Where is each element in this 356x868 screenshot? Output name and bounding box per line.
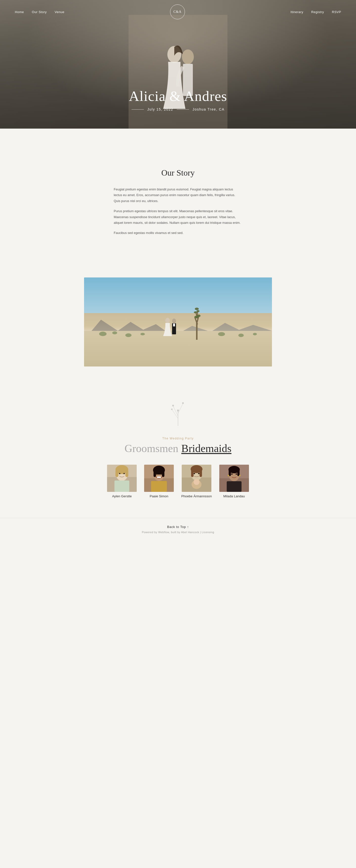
svg-rect-59 bbox=[229, 470, 231, 476]
party-eyebrow: The Wedding Party bbox=[15, 437, 341, 440]
svg-rect-49 bbox=[191, 469, 194, 477]
hero-content: Alicia & Andres July 15, 2022 Joshua Tre… bbox=[129, 88, 227, 129]
svg-point-10 bbox=[197, 315, 200, 317]
svg-rect-30 bbox=[116, 470, 119, 477]
svg-point-25 bbox=[171, 408, 172, 410]
svg-point-22 bbox=[172, 405, 174, 406]
svg-rect-34 bbox=[115, 480, 129, 492]
member-photo-svg-4 bbox=[219, 465, 249, 492]
party-heading: Groomsmen Bridemaids bbox=[15, 442, 341, 455]
svg-point-13 bbox=[195, 308, 199, 310]
main-nav: Home Our Story Venue C&A Itinerary Regis… bbox=[0, 0, 356, 24]
nav-venue[interactable]: Venue bbox=[55, 10, 64, 14]
floral-decoration-svg bbox=[168, 396, 188, 426]
our-story-wrapper: Our Story Feugiat pretium egestas enim b… bbox=[0, 129, 356, 260]
footer-credit: Powered by Webflow, built by Abel Hancoc… bbox=[15, 531, 341, 534]
svg-line-20 bbox=[178, 404, 183, 413]
party-member-4: Milada Landau bbox=[219, 465, 249, 498]
svg-point-12 bbox=[197, 310, 199, 312]
svg-rect-31 bbox=[125, 470, 128, 477]
nav-registry[interactable]: Registry bbox=[311, 10, 324, 14]
nav-home[interactable]: Home bbox=[15, 10, 24, 14]
nav-right-links: Itinerary Registry RSVP bbox=[290, 10, 341, 14]
nav-rsvp[interactable]: RSVP bbox=[332, 10, 341, 14]
member-photo-2 bbox=[144, 465, 174, 492]
bridemaids-heading: Bridemaids bbox=[181, 442, 231, 455]
svg-rect-65 bbox=[227, 481, 241, 492]
svg-point-2 bbox=[182, 50, 194, 64]
svg-point-23 bbox=[182, 402, 184, 404]
hero-line-left bbox=[132, 109, 144, 110]
wedding-party-section: The Wedding Party Groomsmen Bridemaids bbox=[0, 432, 356, 518]
shrub-5 bbox=[238, 334, 244, 337]
story-paragraph-1: Feugiat pretium egestas enim blandit pur… bbox=[114, 186, 242, 204]
hero-subtitle: July 15, 2022 Joshua Tree, CA bbox=[129, 107, 227, 111]
our-story-section: Our Story Feugiat pretium egestas enim b… bbox=[99, 148, 257, 255]
svg-point-15 bbox=[172, 318, 176, 323]
landscape-sky bbox=[84, 277, 272, 313]
shrub-6 bbox=[253, 333, 257, 335]
shrub-3 bbox=[125, 333, 132, 337]
floral-divider bbox=[0, 381, 356, 432]
svg-point-21 bbox=[177, 409, 179, 411]
story-paragraph-3: Faucibus sed egestas mollis vivamus et s… bbox=[114, 230, 242, 236]
hero-line-right bbox=[177, 109, 189, 110]
back-to-top[interactable]: Back to Top ↑ bbox=[15, 525, 341, 529]
party-member-1: Aylen Gerstle bbox=[107, 465, 137, 498]
member-photo-1 bbox=[107, 465, 137, 492]
member-name-3: Phoebe Ármannsson bbox=[181, 494, 212, 498]
story-paragraph-2: Purus pretium egestas ultrices tempus si… bbox=[114, 208, 242, 225]
svg-rect-43 bbox=[157, 476, 161, 478]
svg-point-41 bbox=[156, 473, 158, 474]
svg-point-54 bbox=[194, 479, 199, 485]
landscape-photo-wrapper bbox=[0, 260, 356, 381]
landscape-photo bbox=[84, 277, 272, 367]
svg-rect-60 bbox=[237, 470, 239, 476]
party-member-2: Paaie Simon bbox=[144, 465, 174, 498]
footer: Back to Top ↑ Powered by Webflow, built … bbox=[0, 518, 356, 540]
hero-location: Joshua Tree, CA bbox=[193, 107, 224, 111]
member-name-4: Milada Landau bbox=[223, 494, 245, 498]
svg-point-61 bbox=[231, 473, 233, 474]
member-name-1: Aylen Gerstle bbox=[112, 494, 132, 498]
groomsmen-heading: Groomsmen bbox=[125, 442, 179, 455]
svg-rect-4 bbox=[196, 322, 197, 340]
party-members-list: Aylen Gerstle bbox=[92, 465, 264, 498]
svg-point-64 bbox=[239, 475, 240, 476]
joshua-tree-svg bbox=[189, 305, 204, 340]
svg-point-33 bbox=[123, 473, 125, 474]
member-photo-4 bbox=[219, 465, 249, 492]
svg-point-11 bbox=[194, 311, 197, 313]
svg-point-52 bbox=[198, 473, 199, 474]
svg-point-42 bbox=[160, 473, 162, 474]
hero-title: Alicia & Andres bbox=[129, 88, 227, 104]
member-photo-3 bbox=[182, 465, 212, 492]
svg-rect-17 bbox=[173, 323, 175, 327]
member-photo-svg-2 bbox=[144, 465, 174, 492]
our-story-title: Our Story bbox=[114, 168, 242, 178]
couple-figures-svg bbox=[161, 317, 181, 340]
nav-logo: C&A bbox=[170, 4, 185, 19]
nav-our-story[interactable]: Our Story bbox=[32, 10, 47, 14]
svg-rect-44 bbox=[151, 481, 167, 492]
member-name-2: Paaie Simon bbox=[150, 494, 168, 498]
svg-rect-39 bbox=[154, 470, 156, 477]
party-member-3: Phoebe Ármannsson bbox=[181, 465, 212, 498]
member-photo-svg-1 bbox=[107, 465, 137, 492]
svg-point-32 bbox=[119, 473, 120, 474]
nav-left-links: Home Our Story Venue bbox=[15, 10, 65, 14]
shrub-4 bbox=[140, 333, 145, 335]
landscape-photo-section bbox=[77, 277, 279, 367]
svg-point-51 bbox=[194, 473, 195, 474]
svg-rect-40 bbox=[162, 470, 164, 477]
svg-rect-50 bbox=[199, 469, 202, 477]
hero-date: July 15, 2022 bbox=[147, 107, 173, 111]
nav-itinerary[interactable]: Itinerary bbox=[290, 10, 303, 14]
svg-point-62 bbox=[236, 473, 237, 474]
svg-point-63 bbox=[228, 475, 229, 476]
member-photo-svg-3 bbox=[182, 465, 212, 492]
svg-point-14 bbox=[165, 318, 170, 323]
